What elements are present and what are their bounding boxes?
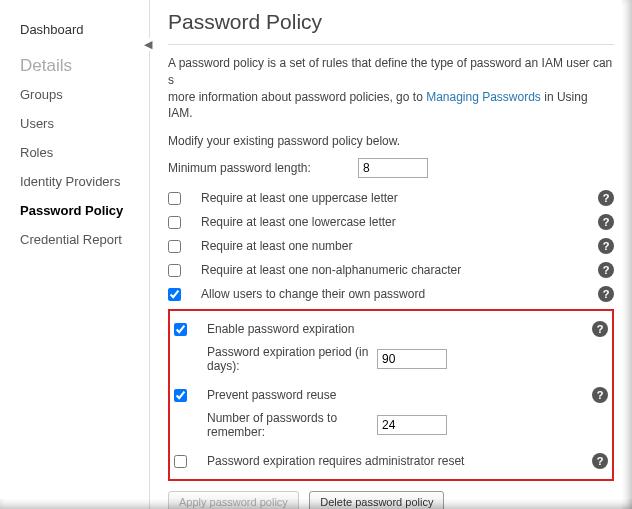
- help-icon[interactable]: ?: [592, 453, 608, 469]
- help-icon[interactable]: ?: [592, 387, 608, 403]
- modify-text: Modify your existing password policy bel…: [168, 134, 614, 148]
- sidebar-item-users[interactable]: Users: [20, 109, 149, 138]
- enable-expiration-checkbox[interactable]: [174, 323, 187, 336]
- desc-text-1: A password policy is a set of rules that…: [168, 56, 612, 87]
- uppercase-label: Require at least one uppercase letter: [201, 191, 590, 205]
- sidebar-item-dashboard[interactable]: Dashboard: [20, 15, 149, 44]
- nonalpha-checkbox[interactable]: [168, 264, 181, 277]
- min-length-label: Minimum password length:: [168, 161, 358, 175]
- highlighted-section: Enable password expiration ? Password ex…: [168, 309, 614, 481]
- sidebar-heading: Details: [20, 44, 149, 80]
- allow-change-label: Allow users to change their own password: [201, 287, 590, 301]
- lowercase-checkbox[interactable]: [168, 216, 181, 229]
- page-title: Password Policy: [168, 10, 614, 34]
- delete-button[interactable]: Delete password policy: [309, 491, 444, 509]
- sidebar: Dashboard Details Groups Users Roles Ide…: [0, 0, 150, 509]
- expiration-period-input[interactable]: [377, 349, 447, 369]
- min-length-input[interactable]: [358, 158, 428, 178]
- uppercase-checkbox[interactable]: [168, 192, 181, 205]
- help-icon[interactable]: ?: [598, 286, 614, 302]
- desc-text-2: more information about password policies…: [168, 90, 426, 104]
- nonalpha-label: Require at least one non-alphanumeric ch…: [201, 263, 590, 277]
- remember-input[interactable]: [377, 415, 447, 435]
- help-icon[interactable]: ?: [598, 214, 614, 230]
- sidebar-item-roles[interactable]: Roles: [20, 138, 149, 167]
- number-label: Require at least one number: [201, 239, 590, 253]
- lowercase-label: Require at least one lowercase letter: [201, 215, 590, 229]
- admin-reset-label: Password expiration requires administrat…: [207, 454, 584, 468]
- collapse-handle-icon[interactable]: ◀: [144, 38, 152, 51]
- help-icon[interactable]: ?: [598, 238, 614, 254]
- sidebar-item-groups[interactable]: Groups: [20, 80, 149, 109]
- managing-passwords-link[interactable]: Managing Passwords: [426, 90, 541, 104]
- expiration-period-label: Password expiration period (in days):: [207, 345, 377, 373]
- sidebar-item-credential-report[interactable]: Credential Report: [20, 225, 149, 254]
- prevent-reuse-checkbox[interactable]: [174, 389, 187, 402]
- prevent-reuse-label: Prevent password reuse: [207, 388, 584, 402]
- help-icon[interactable]: ?: [598, 190, 614, 206]
- sidebar-item-password-policy[interactable]: Password Policy: [20, 196, 149, 225]
- sidebar-item-identity-providers[interactable]: Identity Providers: [20, 167, 149, 196]
- remember-label: Number of passwords to remember:: [207, 411, 377, 439]
- help-icon[interactable]: ?: [598, 262, 614, 278]
- allow-change-checkbox[interactable]: [168, 288, 181, 301]
- divider: [168, 44, 614, 45]
- main-content: Password Policy A password policy is a s…: [150, 0, 632, 509]
- help-icon[interactable]: ?: [592, 321, 608, 337]
- description: A password policy is a set of rules that…: [168, 55, 614, 122]
- apply-button: Apply password policy: [168, 491, 299, 509]
- number-checkbox[interactable]: [168, 240, 181, 253]
- admin-reset-checkbox[interactable]: [174, 455, 187, 468]
- enable-expiration-label: Enable password expiration: [207, 322, 584, 336]
